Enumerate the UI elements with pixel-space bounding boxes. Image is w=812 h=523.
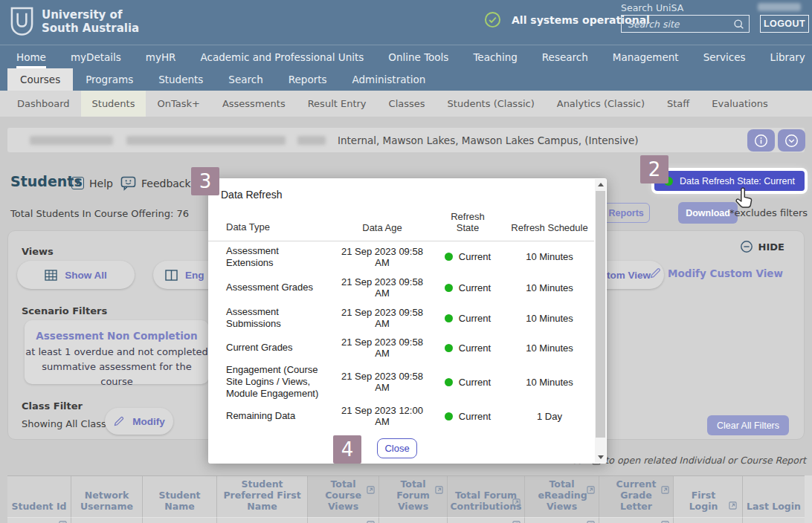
nav-item-online-tools[interactable]: Online Tools — [388, 45, 448, 68]
external-link-icon[interactable] — [512, 498, 521, 507]
external-link-icon[interactable] — [729, 501, 737, 510]
col-total-forum-contributions[interactable]: Total Forum Contributions — [448, 476, 525, 517]
tab-administration[interactable]: Administration — [340, 68, 439, 91]
showing-classes-text: Showing All Classes — [22, 418, 117, 429]
col-total-course-views[interactable]: Total Course Views — [308, 476, 379, 517]
subtab-classes[interactable]: Classes — [378, 91, 436, 117]
scroll-up-button[interactable] — [595, 179, 606, 190]
subtab-analytics-classic[interactable]: Analytics (Classic) — [546, 91, 656, 117]
refresh-schedule: 10 Minutes — [505, 282, 594, 293]
subtab-students-classic[interactable]: Students (Classic) — [436, 91, 546, 117]
nav-item-home[interactable]: Home — [16, 45, 46, 68]
tab-courses[interactable]: Courses — [7, 68, 73, 91]
redacted-course-year — [297, 136, 326, 145]
secondary-nav: Courses Programs Students Search Reports… — [0, 68, 812, 91]
chevron-down-circle-icon — [784, 134, 799, 148]
data-type: Assessment Extensions — [226, 245, 334, 269]
col-refresh-schedule: Refresh Schedule — [505, 222, 594, 233]
refresh-schedule: 10 Minutes — [505, 377, 594, 388]
circle-minus-icon — [740, 240, 753, 253]
subtab-ontask[interactable]: OnTask+ — [146, 91, 210, 117]
external-link-icon[interactable] — [435, 486, 443, 494]
table-scrollbar[interactable] — [805, 475, 812, 523]
col-label: Current Grade Letter — [616, 478, 657, 512]
close-button[interactable]: Close — [377, 438, 417, 458]
course-expand-button[interactable] — [778, 129, 805, 152]
external-link-icon[interactable] — [587, 486, 595, 494]
download-button[interactable]: Download — [678, 202, 738, 224]
logout-button[interactable]: LOGOUT — [760, 15, 809, 33]
nav-item-teaching[interactable]: Teaching — [473, 45, 517, 68]
status-dot-icon — [445, 344, 453, 352]
state-label: Current — [459, 411, 491, 422]
status-dot-icon — [445, 284, 453, 292]
scenario-filters-label: Scenario Filters — [22, 305, 107, 316]
data-age: 21 Sep 2023 09:58 AM — [334, 371, 431, 393]
hand-cursor-icon — [733, 187, 754, 215]
search-label: Search UniSA — [621, 2, 683, 13]
refresh-table-header: Data Type Data Age Refresh State Refresh… — [208, 211, 594, 241]
scrollbar-thumb[interactable] — [596, 191, 605, 438]
subtab-evaluations[interactable]: Evaluations — [700, 91, 779, 117]
subtab-assessments[interactable]: Assessments — [211, 91, 297, 117]
tab-reports[interactable]: Reports — [276, 68, 340, 91]
tab-search[interactable]: Search — [216, 68, 275, 91]
modify-classes-button[interactable]: Modify — [105, 408, 173, 435]
col-data-age: Data Age — [334, 222, 431, 233]
col-total-ereading-views[interactable]: Total eReading Views — [525, 476, 599, 517]
col-label: Student Id — [11, 501, 66, 512]
scroll-down-button[interactable] — [595, 452, 606, 463]
clear-all-filters-button[interactable]: Clear All Filters — [707, 415, 789, 435]
col-student-name[interactable]: Student Name — [143, 476, 217, 517]
external-link-icon[interactable] — [367, 486, 375, 494]
brand-line1: University of — [42, 8, 139, 22]
nav-item-research[interactable]: Research — [542, 45, 588, 68]
external-link-icon[interactable] — [661, 486, 669, 494]
nav-item-mydetails[interactable]: myDetails — [71, 45, 121, 68]
col-first-login[interactable]: First Login — [674, 476, 743, 517]
col-last-login[interactable]: Last Login — [743, 476, 805, 517]
data-type: Remaining Data — [226, 410, 334, 422]
brand-text: University of South Australia — [42, 8, 139, 35]
modify-custom-view-label: Modify Custom View — [668, 267, 783, 279]
data-age: 21 Sep 2023 09:58 AM — [334, 307, 431, 329]
col-label: Total Course Views — [321, 478, 366, 512]
tab-programs[interactable]: Programs — [73, 68, 146, 91]
nav-item-academic-units[interactable]: Academic and Professional Units — [201, 45, 364, 68]
col-label: Student Name — [146, 490, 213, 512]
subtab-staff[interactable]: Staff — [656, 91, 700, 117]
search-input[interactable] — [628, 19, 733, 30]
refresh-row: Current Grades 21 Sep 2023 09:58 AM Curr… — [208, 333, 594, 363]
refresh-schedule: 10 Minutes — [505, 251, 594, 262]
modify-custom-view-button[interactable]: Modify Custom View — [649, 267, 783, 279]
data-refresh-state-button[interactable]: Data Refresh State: Current — [654, 171, 805, 191]
nav-item-services[interactable]: Services — [703, 45, 746, 68]
search-icon[interactable] — [733, 19, 744, 30]
data-type: Assessment Submissions — [226, 306, 314, 330]
subtab-dashboard[interactable]: Dashboard — [6, 91, 81, 117]
subtab-result-entry[interactable]: Result Entry — [297, 91, 378, 117]
modal-scrollbar[interactable] — [595, 179, 606, 463]
help-button[interactable]: Help — [71, 177, 113, 189]
col-current-grade-letter[interactable]: Current Grade Letter — [599, 476, 674, 517]
table-cell — [743, 517, 805, 523]
tour-step-4-badge: 4 — [333, 435, 361, 464]
col-network-username[interactable]: Network Username — [71, 476, 143, 517]
subtab-students[interactable]: Students — [81, 91, 146, 117]
hide-panel-button[interactable]: HIDE — [740, 240, 784, 253]
table-row[interactable] — [7, 517, 805, 523]
col-preferred-first-name[interactable]: Student Preferred First Name — [217, 476, 308, 517]
scenario-title[interactable]: Assessment Non Completion — [25, 330, 209, 342]
nav-item-myhr[interactable]: myHR — [146, 45, 176, 68]
feedback-button[interactable]: Feedback — [120, 176, 191, 191]
scenario-desc-line1: at least 1 overdue and not completed — [25, 345, 209, 360]
nav-item-library[interactable]: Library — [770, 45, 805, 68]
col-student-id[interactable]: Student Id — [7, 476, 71, 517]
scenario-filter-card[interactable]: Assessment Non Completion at least 1 ove… — [25, 320, 209, 384]
tab-students[interactable]: Students — [146, 68, 216, 91]
show-all-view-button[interactable]: Show All — [17, 261, 135, 289]
nav-item-management[interactable]: Management — [613, 45, 679, 68]
unisa-logo-icon — [10, 6, 34, 39]
col-total-forum-views[interactable]: Total Forum Views — [379, 476, 448, 517]
course-info-button[interactable] — [747, 129, 775, 152]
